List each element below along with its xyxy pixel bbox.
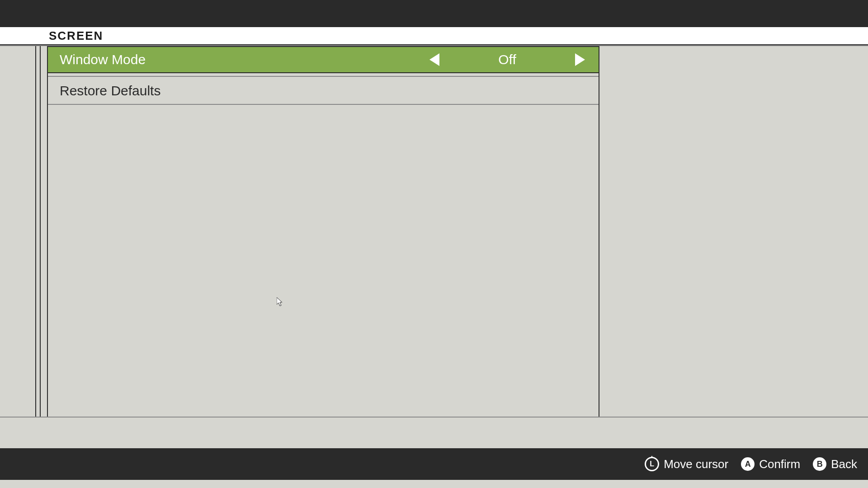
- value-text: Off: [467, 52, 548, 67]
- menu-container: Window Mode Off Restore Defaults: [47, 46, 599, 417]
- footer-label: Move cursor: [664, 457, 728, 471]
- footer-hint-confirm: A Confirm: [741, 457, 800, 471]
- menu-item-restore-defaults[interactable]: Restore Defaults: [48, 78, 599, 105]
- menu-label: Window Mode: [48, 52, 146, 67]
- arrow-left-icon[interactable]: [429, 53, 439, 66]
- footer-hint-back: B Back: [813, 457, 857, 471]
- top-bar: [0, 0, 868, 27]
- arrow-right-icon[interactable]: [575, 53, 585, 66]
- button-a-icon: A: [741, 457, 755, 471]
- footer-label: Confirm: [759, 457, 800, 471]
- content-area: Window Mode Off Restore Defaults: [0, 46, 868, 417]
- menu-label: Restore Defaults: [48, 83, 160, 99]
- value-selector: Off: [429, 52, 585, 67]
- button-b-icon: B: [813, 457, 826, 471]
- menu-item-window-mode[interactable]: Window Mode Off: [48, 46, 599, 73]
- header: SCREEN: [0, 27, 868, 45]
- footer-spacer: [0, 417, 868, 448]
- footer-hint-move: L Move cursor: [645, 457, 728, 471]
- sidebar-rail: [35, 46, 41, 417]
- footer: L Move cursor A Confirm B Back: [0, 448, 868, 480]
- stick-l-icon: L: [645, 457, 659, 471]
- footer-label: Back: [831, 457, 857, 471]
- page-title: SCREEN: [49, 29, 103, 43]
